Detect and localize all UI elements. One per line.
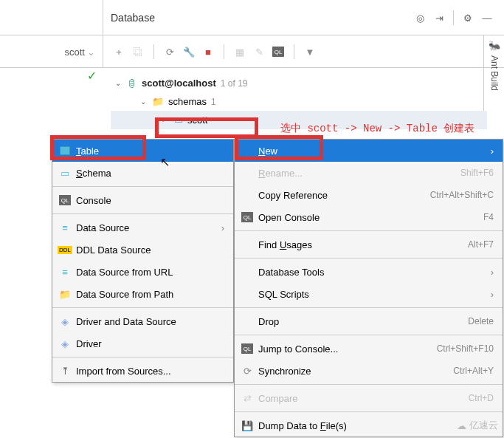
menu-item[interactable]: Find UsagesAlt+F7 xyxy=(235,233,503,256)
blank-icon xyxy=(239,265,255,278)
tree-root[interactable]: ⌄ 🛢 scott@localhost 1 of 19 xyxy=(111,74,487,92)
blank-icon xyxy=(239,238,255,251)
ds-icon: ≡ xyxy=(57,221,73,234)
menu-item[interactable]: Copy ReferenceCtrl+Alt+Shift+C xyxy=(235,184,503,206)
folder-icon: 📁 xyxy=(152,96,164,107)
dsurl-icon: ≡ xyxy=(57,265,73,278)
target-icon[interactable]: ◎ xyxy=(412,10,427,25)
grid-icon[interactable]: ▦ xyxy=(232,44,248,60)
wrench-icon[interactable]: 🔧 xyxy=(181,44,197,60)
menu-label: DDL Data Source xyxy=(76,244,224,256)
sync-icon: ⟳ xyxy=(239,364,255,377)
menu-item[interactable]: ▭Schema xyxy=(52,162,233,184)
shortcut: Delete xyxy=(468,316,494,326)
ql-icon[interactable]: QL xyxy=(270,44,286,60)
menu-item[interactable]: DDLDDL Data Source xyxy=(52,239,233,261)
gear-icon[interactable]: ⚙ xyxy=(460,10,475,25)
add-icon[interactable]: + xyxy=(111,44,127,60)
menu-label: Driver and Data Source xyxy=(76,316,224,327)
refresh-icon[interactable]: ⟳ xyxy=(162,44,178,60)
menu-item[interactable]: SQL Scripts› xyxy=(235,283,503,305)
menu-item[interactable]: ⤒Import from Sources... xyxy=(52,360,233,382)
schema-chip[interactable]: scott⌄ xyxy=(65,47,95,58)
menu-item[interactable]: ⟳SynchronizeCtrl+Alt+Y xyxy=(235,360,503,382)
blank-icon xyxy=(239,166,255,179)
copy-icon[interactable]: ⿻ xyxy=(130,44,146,60)
diff-icon: ⇄ xyxy=(239,391,255,405)
menu-label: Jump to Console... xyxy=(258,343,437,355)
collapse-icon[interactable]: ⇥ xyxy=(432,10,446,25)
chevron-down-icon[interactable]: ⌄ xyxy=(115,79,122,87)
menu-label: Copy Reference xyxy=(258,190,430,201)
shortcut: Alt+F7 xyxy=(468,239,494,250)
folder-icon: 📁 xyxy=(57,287,73,301)
import-icon: ⤒ xyxy=(57,364,73,377)
ant-icon: 🐜 xyxy=(489,40,500,51)
menu-item[interactable]: ≡Data Source from URL xyxy=(52,261,233,283)
menu-item[interactable]: QLJump to Console...Ctrl+Shift+F10 xyxy=(235,338,503,360)
cursor-icon: ↖ xyxy=(160,155,170,169)
menu-label: Data Source xyxy=(76,222,221,233)
menu-label: Import from Sources... xyxy=(76,366,224,377)
menu-item[interactable]: Database Tools› xyxy=(235,261,503,283)
hide-icon[interactable]: — xyxy=(480,10,494,25)
blank-icon xyxy=(239,287,255,301)
ql-icon: QL xyxy=(57,194,73,207)
shortcut: Ctrl+Alt+Y xyxy=(453,366,494,376)
highlight-box xyxy=(50,135,146,160)
cloud-icon: ☁ xyxy=(457,420,466,431)
watermark: ☁ 亿速云 xyxy=(457,419,498,432)
shortcut: F4 xyxy=(483,212,494,222)
menu-label: Find Usages xyxy=(258,239,468,250)
chevron-right-icon: › xyxy=(221,222,224,233)
blank-icon xyxy=(239,188,255,202)
menu-label: Synchronize xyxy=(258,366,453,377)
shortcut: Shift+F6 xyxy=(460,168,494,178)
menu-label: Console xyxy=(76,195,224,206)
ddl-icon: DDL xyxy=(57,243,73,256)
filter-icon[interactable]: ▼ xyxy=(302,44,318,60)
menu-item[interactable]: Rename...Shift+F6 xyxy=(235,162,503,184)
ql-icon: QL xyxy=(239,342,255,355)
menu-item[interactable]: ◈Driver and Data Source xyxy=(52,310,233,332)
menu-label: Data Source from URL xyxy=(76,267,224,278)
submenu-new: Table▭SchemaQLConsole≡Data Source›DDLDDL… xyxy=(52,139,234,383)
context-menu: New›Rename...Shift+F6Copy ReferenceCtrl+… xyxy=(234,139,503,437)
drv-icon: ◈ xyxy=(57,337,73,350)
menu-label: Compare xyxy=(258,393,469,404)
highlight-box xyxy=(235,135,323,160)
shortcut: Ctrl+Alt+Shift+C xyxy=(430,190,494,200)
menu-label: Schema xyxy=(76,168,224,179)
menu-item[interactable]: QLOpen ConsoleF4 xyxy=(235,206,503,228)
menu-item[interactable]: 📁Data Source from Path xyxy=(52,283,233,305)
ql-icon: QL xyxy=(239,211,255,224)
menu-label: Database Tools xyxy=(258,267,491,278)
chevron-down-icon[interactable]: ⌄ xyxy=(140,97,148,106)
chevron-right-icon: › xyxy=(491,267,494,278)
save-icon: 💾 xyxy=(239,419,255,432)
menu-label: Open Console xyxy=(258,212,483,223)
menu-item[interactable]: ⇄CompareCtrl+D xyxy=(235,387,503,409)
menu-label: Drop xyxy=(258,316,468,327)
panel-title: Database xyxy=(111,12,410,24)
chevron-right-icon: › xyxy=(491,146,494,157)
edit-icon[interactable]: ✎ xyxy=(251,44,267,60)
ant-build-label: Ant Build xyxy=(489,55,500,91)
shortcut: Ctrl+D xyxy=(469,393,494,403)
menu-label: Data Source from Path xyxy=(76,289,224,300)
chevron-right-icon: › xyxy=(491,289,494,300)
menu-item[interactable]: ≡Data Source› xyxy=(52,216,233,239)
shortcut: Ctrl+Shift+F10 xyxy=(437,343,494,354)
tree-schemas[interactable]: ⌄ 📁 schemas 1 xyxy=(111,92,487,111)
database-icon: 🛢 xyxy=(127,78,137,89)
menu-label: Driver xyxy=(76,338,224,349)
blank-icon xyxy=(239,315,255,328)
menu-item[interactable]: ◈Driver xyxy=(52,332,233,355)
annotation-text: 选中 scott -> New -> Table 创建表 xyxy=(280,122,474,135)
drv-icon: ◈ xyxy=(57,315,73,328)
menu-label: Rename... xyxy=(258,168,460,179)
stop-icon[interactable]: ■ xyxy=(200,44,216,60)
check-icon: ✓ xyxy=(87,69,97,83)
menu-item[interactable]: QLConsole xyxy=(52,189,233,211)
menu-item[interactable]: DropDelete xyxy=(235,310,503,332)
